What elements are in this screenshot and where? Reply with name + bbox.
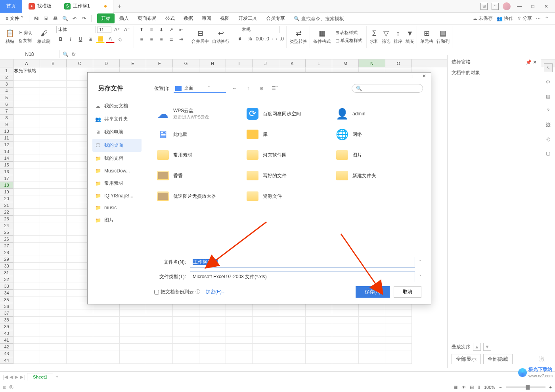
cell[interactable] — [199, 323, 226, 330]
row-header[interactable]: 9 — [0, 121, 13, 128]
row-header[interactable]: 7 — [0, 108, 13, 115]
cell[interactable] — [279, 310, 306, 317]
more-icon[interactable]: ⋯ — [536, 16, 541, 21]
fill-color-icon[interactable]: 🟨 — [96, 35, 105, 43]
cut-button[interactable]: ✂ 剪切 — [17, 29, 34, 36]
cell[interactable] — [40, 155, 67, 162]
view-layout-icon[interactable]: ▤ — [470, 384, 474, 390]
cell[interactable]: 极光下载站 — [13, 67, 40, 74]
cell[interactable] — [93, 344, 120, 350]
print-icon[interactable]: 🖶 — [52, 15, 59, 23]
cell[interactable] — [306, 323, 332, 330]
row-header[interactable]: 21 — [0, 202, 13, 209]
cell[interactable] — [306, 337, 332, 344]
max-button[interactable]: □ — [528, 4, 538, 9]
number-format[interactable]: 常规 — [240, 26, 279, 33]
cell[interactable] — [40, 94, 67, 101]
dlg-sidebar-item[interactable]: 👥共享文件夹 — [92, 113, 142, 126]
cell[interactable] — [359, 337, 385, 344]
cell[interactable] — [40, 81, 67, 88]
row-header[interactable]: 10 — [0, 128, 13, 135]
cell[interactable] — [279, 344, 306, 350]
view-normal-icon[interactable]: ▦ — [454, 384, 457, 390]
select-icon[interactable]: ↖ — [544, 63, 553, 72]
search-input[interactable] — [301, 16, 349, 21]
cell[interactable] — [40, 229, 67, 236]
cell[interactable] — [93, 357, 120, 364]
dlg-sidebar-item[interactable]: 📁图片 — [92, 214, 142, 227]
font-color-icon[interactable]: A — [106, 35, 115, 43]
cell[interactable] — [385, 317, 412, 323]
cell[interactable] — [306, 310, 332, 317]
cell[interactable] — [13, 135, 40, 142]
newfolder-icon[interactable]: ⊕ — [257, 84, 266, 93]
dlg-search[interactable]: 🔍 — [352, 84, 423, 93]
cell[interactable] — [40, 168, 67, 175]
cell[interactable] — [67, 310, 93, 317]
row-header[interactable]: 8 — [0, 115, 13, 121]
row-header[interactable]: 23 — [0, 216, 13, 222]
cell[interactable] — [13, 182, 40, 189]
row-header[interactable]: 22 — [0, 209, 13, 216]
file-item[interactable]: 河东软件园 — [244, 145, 333, 165]
cell[interactable] — [253, 310, 279, 317]
cell[interactable] — [385, 337, 412, 344]
row-header[interactable]: 30 — [0, 263, 13, 270]
row-header[interactable]: 39 — [0, 323, 13, 330]
file-item[interactable]: 库 — [244, 124, 333, 145]
cell[interactable] — [359, 350, 385, 357]
cell[interactable] — [13, 209, 40, 216]
cell[interactable] — [146, 317, 173, 323]
cell[interactable] — [173, 337, 199, 344]
row-header[interactable]: 40 — [0, 330, 13, 337]
cell[interactable] — [146, 350, 173, 357]
save2-icon[interactable]: 🖫 — [42, 15, 50, 23]
cell[interactable] — [253, 317, 279, 323]
cell[interactable] — [173, 317, 199, 323]
cell[interactable] — [332, 344, 359, 350]
percent-icon[interactable]: % — [245, 35, 254, 43]
cell[interactable] — [385, 310, 412, 317]
menu-tab-layout[interactable]: 页面布局 — [134, 13, 161, 23]
cell[interactable] — [253, 337, 279, 344]
row-header[interactable]: 13 — [0, 148, 13, 155]
cell[interactable] — [146, 337, 173, 344]
cell[interactable] — [40, 256, 67, 263]
underline-icon[interactable]: U — [76, 35, 85, 43]
cancel-button[interactable]: 取消 — [394, 286, 421, 298]
encrypt-link[interactable]: 加密(E)... — [206, 289, 226, 295]
cell[interactable] — [306, 357, 332, 364]
file-item[interactable]: 🖥此电脑 — [154, 124, 244, 145]
file-item[interactable]: 写好的文件 — [244, 165, 333, 186]
cell[interactable] — [359, 323, 385, 330]
file-item[interactable]: 资源文件 — [244, 186, 333, 207]
cell[interactable] — [40, 128, 67, 135]
file-item[interactable]: 👤admin — [333, 103, 423, 124]
move-down-icon[interactable]: ▼ — [483, 343, 491, 351]
align-top-icon[interactable]: ⬆ — [137, 26, 146, 34]
col-header-N[interactable]: N — [359, 59, 385, 67]
cell[interactable] — [93, 330, 120, 337]
cell[interactable] — [40, 243, 67, 249]
type-convert[interactable]: ⇄类型转换 — [290, 29, 307, 44]
cell[interactable] — [13, 276, 40, 283]
file-menu[interactable]: ≡ 文件 ˅ — [3, 15, 26, 22]
dlg-close-icon[interactable]: ✕ — [419, 73, 429, 81]
cell[interactable] — [40, 337, 67, 344]
cell[interactable] — [13, 337, 40, 344]
row-header[interactable]: 28 — [0, 249, 13, 256]
cell[interactable] — [13, 357, 40, 364]
row-header[interactable]: 6 — [0, 101, 13, 108]
row-header[interactable]: 5 — [0, 94, 13, 101]
sheet-tab-1[interactable]: Sheet1 — [27, 373, 53, 381]
cell[interactable] — [67, 344, 93, 350]
cell[interactable] — [13, 175, 40, 182]
wrap-text[interactable]: ↩自动换行 — [212, 29, 230, 44]
cell[interactable] — [359, 344, 385, 350]
cell[interactable] — [120, 323, 146, 330]
cell[interactable] — [306, 317, 332, 323]
cell[interactable] — [40, 317, 67, 323]
cell[interactable] — [40, 148, 67, 155]
col-header-K[interactable]: K — [279, 59, 306, 67]
cell[interactable] — [173, 310, 199, 317]
